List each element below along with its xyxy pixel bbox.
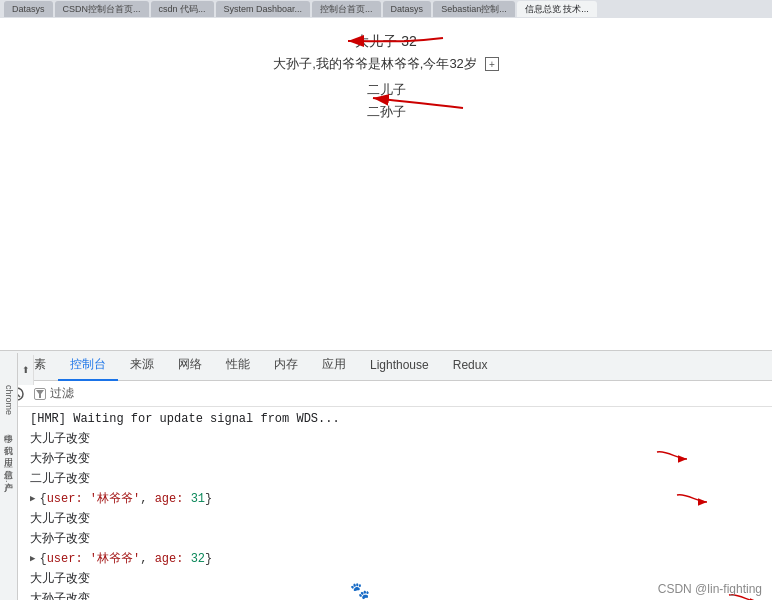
node-description: 大孙子,我的爷爷是林爷爷,今年32岁 + xyxy=(273,55,499,73)
devtools-toolbar: 过滤 xyxy=(0,381,772,407)
filter-icon xyxy=(36,390,44,398)
log-eldest-son-1: 大儿子改变 xyxy=(22,429,772,449)
log-obj-text-32: {user: '林爷爷', age: 32} xyxy=(39,550,764,568)
filter-toggle[interactable] xyxy=(34,388,46,400)
devtools-tab-bar: ☰ 素 控制台 来源 网络 性能 内存 应用 Lighthouse Redux xyxy=(0,351,772,381)
tab-performance[interactable]: 性能 xyxy=(214,351,262,381)
expand-icon-2[interactable]: ▶ xyxy=(30,550,35,568)
tab-sebastian[interactable]: Sebastian控制... xyxy=(433,1,515,17)
bottom-emoji: 🐾 xyxy=(320,580,400,600)
log-obj-32[interactable]: ▶ {user: '林爷爷', age: 32} xyxy=(22,549,772,569)
log-text-3: 二儿子改变 xyxy=(30,470,764,488)
tab-info[interactable]: 信息总览 技术... xyxy=(517,1,597,17)
arrow-overlay xyxy=(153,23,553,143)
tab-redux[interactable]: Redux xyxy=(441,351,500,381)
log-eldest-grandson-2: 大孙子改变 xyxy=(22,529,772,549)
expand-icon: ⬆ xyxy=(22,365,30,375)
left-sidebar: chrome 中移 我们 应用 信息 产户... xyxy=(0,353,18,600)
sidebar-account[interactable]: 产户... xyxy=(2,475,15,483)
tab-console[interactable]: 控制台首页... xyxy=(312,1,381,17)
main-content-area: 大儿子 32 大孙子,我的爷爷是林爷爷,今年32岁 + 二儿子 二孙子 xyxy=(0,18,772,373)
log-obj-31[interactable]: ▶ {user: '林爷爷', age: 31} xyxy=(22,489,772,509)
tab-console[interactable]: 控制台 xyxy=(58,351,118,381)
log-second-son-1: 二儿子改变 xyxy=(22,469,772,489)
add-node-button[interactable]: + xyxy=(485,57,499,71)
log-eldest-son-2: 大儿子改变 xyxy=(22,509,772,529)
second-grandson-label: 二孙子 xyxy=(367,104,406,119)
tab-code[interactable]: csdn 代码... xyxy=(151,1,214,17)
eldest-son-label: 大儿子 32 xyxy=(355,33,416,49)
tab-lighthouse[interactable]: Lighthouse xyxy=(358,351,441,381)
log-hmr: [HMR] Waiting for update signal from WDS… xyxy=(22,409,772,429)
log-text-5: 大儿子改变 xyxy=(30,510,764,528)
node-second-son[interactable]: 二儿子 xyxy=(367,81,406,99)
log-arrow-1 xyxy=(652,447,692,467)
devtools-expand-button[interactable]: ⬆ xyxy=(18,355,34,385)
sidebar-chrome[interactable]: chrome xyxy=(4,385,14,415)
tab-system[interactable]: System Dashboar... xyxy=(216,1,311,17)
browser-tab-bar: Datasys CSDN控制台首页... csdn 代码... System D… xyxy=(0,0,772,18)
tab-datasys2[interactable]: Datasys xyxy=(383,1,432,17)
tab-memory[interactable]: 内存 xyxy=(262,351,310,381)
tab-datasys1[interactable]: Datasys xyxy=(4,1,53,17)
tab-csdn[interactable]: CSDN控制台首页... xyxy=(55,1,149,17)
description-text: 大孙子,我的爷爷是林爷爷,今年32岁 xyxy=(273,55,477,73)
hmr-text: [HMR] Waiting for update signal from WDS… xyxy=(30,410,764,428)
tab-network[interactable]: 网络 xyxy=(166,351,214,381)
log-text-6: 大孙子改变 xyxy=(30,530,764,548)
svg-marker-4 xyxy=(36,390,44,398)
node-second-grandson[interactable]: 二孙子 xyxy=(367,103,406,121)
second-son-label: 二儿子 xyxy=(367,82,406,97)
tab-sources[interactable]: 来源 xyxy=(118,351,166,381)
devtools-log-content: [HMR] Waiting for update signal from WDS… xyxy=(0,407,772,600)
node-eldest-son[interactable]: 大儿子 32 xyxy=(355,33,416,51)
devtools-panel: ☰ 素 控制台 来源 网络 性能 内存 应用 Lighthouse Redux … xyxy=(0,350,772,600)
watermark: CSDN @lin-fighting xyxy=(658,582,762,596)
tab-application[interactable]: 应用 xyxy=(310,351,358,381)
filter-label: 过滤 xyxy=(50,385,74,402)
log-eldest-grandson-1: 大孙子改变 xyxy=(22,449,772,469)
log-text-1: 大儿子改变 xyxy=(30,430,764,448)
log-arrow-obj1 xyxy=(672,490,712,510)
expand-icon-1[interactable]: ▶ xyxy=(30,490,35,508)
log-obj-text-31: {user: '林爷爷', age: 31} xyxy=(39,490,764,508)
family-tree: 大儿子 32 大孙子,我的爷爷是林爷爷,今年32岁 + 二儿子 二孙子 xyxy=(273,33,499,121)
